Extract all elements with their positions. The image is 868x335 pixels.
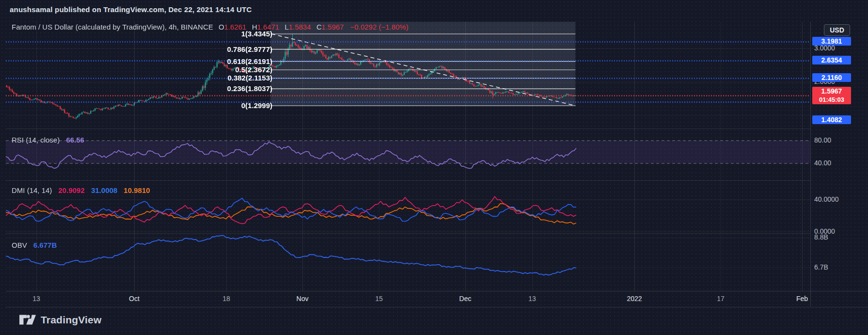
tradingview-logo-text: TradingView	[41, 314, 102, 326]
time-axis-tick[interactable]: 2022	[627, 295, 642, 303]
dmi-axis-label: 40.0000	[814, 195, 839, 203]
time-axis-tick[interactable]: Feb	[796, 295, 808, 303]
fib-level-label: 0.5(2.3672)	[160, 65, 272, 74]
rsi-axis-label: 80.00	[814, 136, 831, 144]
price-alert-badge: 3.1981	[812, 37, 851, 46]
time-axis-tick[interactable]: 13	[528, 295, 536, 303]
ohlc-open-value: 1.6261	[224, 23, 247, 31]
obv-value: 6.677B	[33, 241, 57, 249]
tradingview-published-chart: anushsamal published on TradingView.com,…	[0, 0, 868, 335]
time-axis-tick[interactable]: 13	[32, 295, 40, 303]
symbol-title: Fantom / US Dollar (calculated by Tradin…	[12, 23, 213, 31]
last-price-value: 1.5967	[814, 87, 849, 96]
obv-legend-row[interactable]: OBV 6.677B	[12, 241, 57, 249]
chart-canvas[interactable]	[6, 22, 810, 291]
dmi-adx-value: 10.9810	[124, 186, 150, 194]
time-axis-tick[interactable]: 17	[717, 295, 725, 303]
obv-axis-label: 6.7B	[814, 263, 828, 271]
published-byline: anushsamal published on TradingView.com,…	[10, 5, 252, 14]
ohlc-low-label: L	[285, 23, 289, 31]
price-alert-badge: 2.6354	[812, 56, 851, 64]
time-axis-tick[interactable]: 15	[375, 295, 383, 303]
fib-level-label: 0.618(2.6191)	[160, 57, 272, 65]
ohlc-high-value: 1.6471	[257, 23, 279, 31]
obv-title: OBV	[12, 241, 27, 249]
chart-legend-row[interactable]: Fantom / US Dollar (calculated by Tradin…	[12, 23, 409, 31]
fib-level-label: 0.236(1.8037)	[160, 84, 272, 93]
time-axis-tick[interactable]: Oct	[129, 295, 140, 303]
price-alert-badge: 2.1160	[812, 73, 851, 82]
bar-countdown: 01:45:03	[814, 96, 849, 104]
rsi-value: 66.56	[66, 136, 84, 144]
rsi-title: RSI (14, close)	[12, 136, 60, 144]
dmi-plus-di-value: 31.0008	[91, 186, 117, 194]
time-axis-tick[interactable]: Dec	[459, 295, 472, 303]
time-axis-tick[interactable]: 18	[222, 295, 230, 303]
ohlc-close-value: 1.5967	[322, 23, 344, 31]
rsi-legend-row[interactable]: RSI (14, close) 66.56	[12, 136, 84, 144]
fib-level-label: 0(1.2999)	[160, 101, 272, 110]
price-alert-badge: 1.4082	[812, 115, 851, 124]
dmi-minus-di-value: 20.9092	[59, 186, 85, 194]
obv-axis-label: 8.8B	[814, 233, 828, 241]
fib-level-label: 0.786(2.9777)	[160, 45, 272, 53]
ohlc-close-label: C	[316, 23, 322, 31]
time-axis-tick[interactable]: Nov	[297, 295, 309, 303]
currency-badge: USD	[824, 24, 850, 36]
last-price-badge: 1.596701:45:03	[812, 87, 851, 104]
fib-level-label: 0.382(2.1153)	[160, 74, 272, 82]
ohlc-low-value: 1.5834	[289, 23, 311, 31]
tradingview-logo-icon	[19, 315, 36, 325]
rsi-axis-label: 40.00	[814, 159, 831, 167]
ohlc-change-value: −0.0292 (−1.80%)	[350, 23, 409, 31]
ohlc-open-label: O	[219, 23, 224, 31]
dmi-title: DMI (14, 14)	[12, 186, 52, 194]
tradingview-logo[interactable]: TradingView	[19, 314, 102, 326]
ohlc-high-label: H	[252, 23, 257, 31]
dmi-legend-row[interactable]: DMI (14, 14) 20.9092 31.0008 10.9810	[12, 186, 150, 194]
